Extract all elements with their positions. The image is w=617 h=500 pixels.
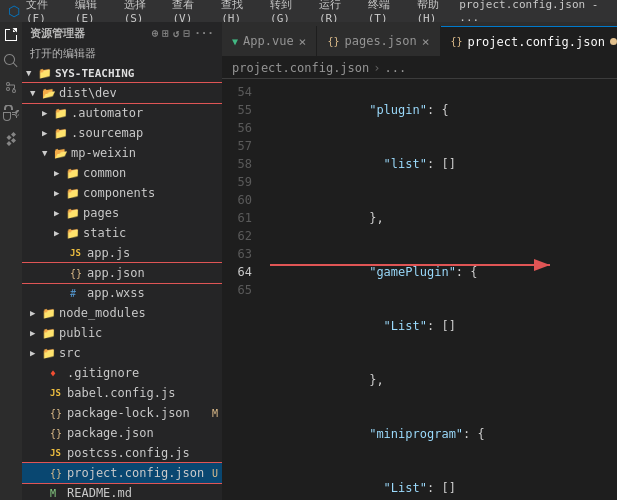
tab-bar: ▼ App.vue × {} pages.json × {} project.c… [222, 22, 617, 57]
activity-extensions[interactable] [2, 130, 20, 148]
common-name: common [83, 166, 218, 180]
sidebar-item-app-json[interactable]: {} app.json [22, 263, 222, 283]
title-text: project.config.json - ... [459, 0, 609, 24]
sidebar-item-postcss[interactable]: JS postcss.config.js [22, 443, 222, 463]
dist-folder-name: dist\dev [59, 86, 218, 100]
node-modules-arrow: ▶ [30, 308, 42, 318]
main-layout: 资源管理器 ⊕ ⊞ ↺ ⊟ ··· 打开的编辑器 ▼ 📁 SYS-TEACHIN… [0, 22, 617, 500]
gitignore-icon: ♦ [50, 368, 64, 379]
sidebar-item-pages[interactable]: ▶ 📁 pages [22, 203, 222, 223]
components-name: components [83, 186, 218, 200]
sourcemap-icon: 📁 [54, 127, 68, 140]
sidebar-item-static[interactable]: ▶ 📁 static [22, 223, 222, 243]
mp-weixin-arrow: ▼ [42, 148, 54, 158]
open-editors-section[interactable]: 打开的编辑器 [22, 44, 222, 63]
sidebar-item-public[interactable]: ▶ 📁 public [22, 323, 222, 343]
code-line-54: "plugin": { [268, 83, 617, 137]
activity-debug[interactable] [2, 104, 20, 122]
pages-arrow: ▶ [54, 208, 66, 218]
pages-icon: 📁 [66, 207, 80, 220]
dist-arrow: ▼ [30, 88, 42, 98]
tab-project-config-icon: {} [451, 36, 463, 47]
code-line-58: "List": [] [268, 299, 617, 353]
project-config-badge: U [212, 468, 218, 479]
project-config-icon: {} [50, 468, 64, 479]
sidebar-item-project-config[interactable]: {} project.config.json U [22, 463, 222, 483]
line-num-63: 63 [222, 245, 252, 263]
tab-app-vue-close[interactable]: × [299, 34, 307, 49]
tab-pages-json-close[interactable]: × [422, 34, 430, 49]
line-num-61: 61 [222, 209, 252, 227]
sidebar-item-sourcemap[interactable]: ▶ 📁 .sourcemap [22, 123, 222, 143]
tab-pages-json[interactable]: {} pages.json × [317, 26, 440, 56]
sidebar-item-automator[interactable]: ▶ 📁 .automator [22, 103, 222, 123]
sidebar-item-readme[interactable]: M README.md [22, 483, 222, 500]
tab-pages-json-icon: {} [327, 36, 339, 47]
line-num-62: 62 [222, 227, 252, 245]
app-json-icon: {} [70, 268, 84, 279]
tab-app-vue-label: App.vue [243, 34, 294, 48]
activity-explorer[interactable] [2, 26, 20, 44]
app-json-name: app.json [87, 266, 218, 280]
public-arrow: ▶ [30, 328, 42, 338]
open-editors-label: 打开的编辑器 [30, 47, 96, 60]
breadcrumb-more[interactable]: ... [385, 61, 407, 75]
app-js-name: app.js [87, 246, 218, 260]
activity-search[interactable] [2, 52, 20, 70]
sidebar-item-babel[interactable]: JS babel.config.js [22, 383, 222, 403]
postcss-icon: JS [50, 448, 64, 458]
components-icon: 📁 [66, 187, 80, 200]
public-name: public [59, 326, 218, 340]
refresh-icon[interactable]: ↺ [173, 27, 180, 40]
sourcemap-name: .sourcemap [71, 126, 218, 140]
activity-bar [0, 22, 22, 500]
activity-scm[interactable] [2, 78, 20, 96]
tab-app-vue[interactable]: ▼ App.vue × [222, 26, 317, 56]
pages-name: pages [83, 206, 218, 220]
package-lock-badge: M [212, 408, 218, 419]
code-editor[interactable]: 54 55 56 57 58 59 60 61 62 63 64 65 "plu… [222, 79, 617, 500]
common-icon: 📁 [66, 167, 80, 180]
gitignore-name: .gitignore [67, 366, 218, 380]
title-bar: ⬡ 文件(F) 编辑(E) 选择(S) 查看(V) 查找(H) 转到(G) 运行… [0, 0, 617, 22]
new-folder-icon[interactable]: ⊞ [162, 27, 169, 40]
sidebar-item-package-lock[interactable]: {} package-lock.json M [22, 403, 222, 423]
breadcrumb-file[interactable]: project.config.json [232, 61, 369, 75]
sidebar-header: 资源管理器 ⊕ ⊞ ↺ ⊟ ··· [22, 22, 222, 44]
package-name: package.json [67, 426, 218, 440]
static-name: static [83, 226, 218, 240]
node-modules-icon: 📁 [42, 307, 56, 320]
line-num-56: 56 [222, 119, 252, 137]
sidebar-item-package[interactable]: {} package.json [22, 423, 222, 443]
sidebar-item-node-modules[interactable]: ▶ 📁 node_modules [22, 303, 222, 323]
readme-name: README.md [67, 486, 218, 500]
sidebar-item-common[interactable]: ▶ 📁 common [22, 163, 222, 183]
sidebar-item-components[interactable]: ▶ 📁 components [22, 183, 222, 203]
sidebar-item-app-js[interactable]: JS app.js [22, 243, 222, 263]
public-icon: 📁 [42, 327, 56, 340]
sidebar-item-gitignore[interactable]: ♦ .gitignore [22, 363, 222, 383]
common-arrow: ▶ [54, 168, 66, 178]
code-line-57: "gamePlugin": { [268, 245, 617, 299]
sidebar-item-dist-dev[interactable]: ▼ 📂 dist\dev [22, 83, 222, 103]
mp-weixin-name: mp-weixin [71, 146, 218, 160]
app-icon: ⬡ [8, 3, 20, 19]
more-icon[interactable]: ··· [194, 27, 214, 40]
code-line-56: }, [268, 191, 617, 245]
automator-icon: 📁 [54, 107, 68, 120]
readme-icon: M [50, 488, 64, 499]
line-numbers: 54 55 56 57 58 59 60 61 62 63 64 65 [222, 79, 260, 500]
tab-project-config[interactable]: {} project.config.json × [441, 26, 617, 56]
sidebar-item-app-wxss[interactable]: # app.wxss [22, 283, 222, 303]
line-num-64: 64 [222, 263, 252, 281]
collapse-icon[interactable]: ⊟ [184, 27, 191, 40]
line-num-55: 55 [222, 101, 252, 119]
dist-folder-icon: 📂 [42, 87, 56, 100]
new-file-icon[interactable]: ⊕ [152, 27, 159, 40]
sidebar-item-mp-weixin[interactable]: ▼ 📂 mp-weixin [22, 143, 222, 163]
root-folder[interactable]: ▼ 📁 SYS-TEACHING [22, 63, 222, 83]
code-content: "plugin": { "list": [] }, "gamePlugin": … [260, 79, 617, 500]
line-num-58: 58 [222, 155, 252, 173]
sidebar-item-src[interactable]: ▶ 📁 src [22, 343, 222, 363]
project-config-name: project.config.json [67, 466, 208, 480]
